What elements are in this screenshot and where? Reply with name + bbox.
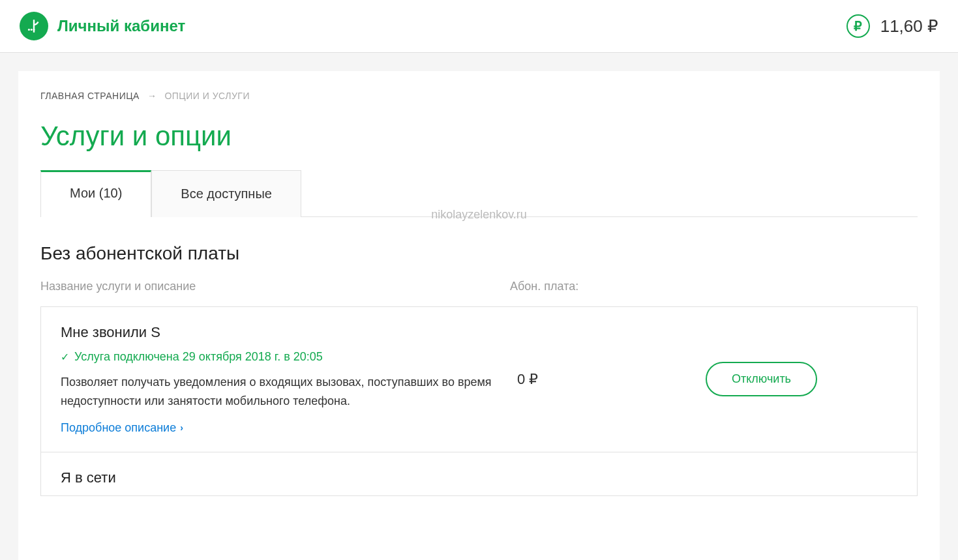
breadcrumb-home[interactable]: ГЛАВНАЯ СТРАНИЦА: [40, 91, 140, 101]
section-title: Без абонентской платы: [40, 243, 918, 264]
balance-amount: 11,60 ₽: [880, 16, 938, 37]
service-card: Я в сети: [40, 452, 918, 496]
service-name: Я в сети: [61, 469, 517, 486]
service-description: Позволяет получать уведомления о входящи…: [61, 373, 517, 411]
svg-point-2: [33, 29, 35, 31]
breadcrumb: ГЛАВНАЯ СТРАНИЦА → ОПЦИИ И УСЛУГИ: [40, 91, 918, 101]
service-info: Я в сети: [61, 469, 517, 495]
logo-text: Личный кабинет: [57, 17, 185, 35]
tab-my[interactable]: Мои (10): [40, 170, 151, 217]
header: Личный кабинет ₽ 11,60 ₽: [0, 0, 958, 53]
service-card: Мне звонили S ✓ Услуга подключена 29 окт…: [40, 306, 918, 452]
service-status: ✓ Услуга подключена 29 октября 2018 г. в…: [61, 350, 517, 364]
check-icon: ✓: [61, 351, 69, 363]
svg-point-1: [31, 29, 33, 31]
columns-header: Название услуги и описание Абон. плата:: [40, 280, 918, 293]
details-link[interactable]: Подробное описание ›: [61, 421, 183, 435]
column-header-name: Название услуги и описание: [40, 280, 510, 293]
tabs: Мои (10) Все доступные nikolayzelenkov.r…: [40, 170, 918, 217]
logo-icon: [20, 12, 48, 40]
service-name: Мне звонили S: [61, 324, 517, 341]
chevron-right-icon: ›: [180, 422, 183, 433]
service-info: Мне звонили S ✓ Услуга подключена 29 окт…: [61, 324, 517, 435]
watermark: nikolayzelenkov.ru: [431, 208, 527, 222]
balance-block[interactable]: ₽ 11,60 ₽: [846, 14, 938, 38]
arrow-right-icon: →: [147, 91, 157, 101]
service-fee: 0 ₽: [517, 371, 674, 388]
column-header-fee: Абон. плата:: [510, 280, 666, 293]
page-title: Услуги и опции: [40, 121, 918, 152]
breadcrumb-current: ОПЦИИ И УСЛУГИ: [164, 91, 250, 101]
service-action: Отключить: [674, 362, 817, 396]
service-status-text: Услуга подключена 29 октября 2018 г. в 2…: [74, 350, 323, 364]
disable-button[interactable]: Отключить: [706, 362, 817, 396]
svg-point-0: [28, 29, 30, 31]
details-link-text: Подробное описание: [61, 421, 176, 435]
main-content: ГЛАВНАЯ СТРАНИЦА → ОПЦИИ И УСЛУГИ Услуги…: [18, 71, 940, 560]
logo-block[interactable]: Личный кабинет: [20, 12, 185, 40]
tab-all[interactable]: Все доступные: [151, 170, 301, 217]
ruble-icon: ₽: [846, 14, 870, 38]
column-header-action: [666, 280, 810, 293]
